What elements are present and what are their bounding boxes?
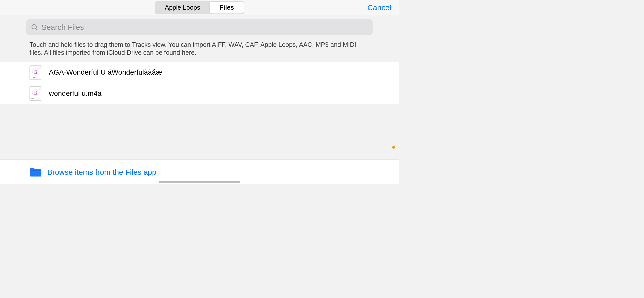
audio-file-icon: MPEG 4 (30, 86, 41, 101)
help-text: Touch and hold files to drag them to Tra… (0, 38, 399, 62)
home-indicator[interactable] (159, 181, 240, 183)
svg-point-0 (32, 24, 36, 29)
header-bar: Apple Loops Files Cancel (0, 0, 399, 15)
audio-file-icon: MP3 (30, 65, 41, 80)
microphone-indicator-dot (392, 146, 395, 149)
file-row[interactable]: MPEG 4 wonderful u.m4a (0, 83, 399, 104)
search-input[interactable] (41, 23, 368, 32)
segmented-control: Apple Loops Files (155, 1, 244, 14)
cancel-button[interactable]: Cancel (368, 3, 391, 12)
tab-files[interactable]: Files (210, 2, 244, 13)
folder-icon (30, 167, 42, 177)
file-row[interactable]: MP3 AGA-Wonderful U ãWonderfulããåæ (0, 62, 399, 83)
svg-line-1 (36, 28, 37, 30)
browse-files-link[interactable]: Browse items from the Files app (47, 168, 156, 177)
search-field[interactable] (26, 19, 373, 35)
content-area: Touch and hold files to drag them to Tra… (0, 15, 399, 104)
file-name: wonderful u.m4a (49, 89, 101, 98)
file-type-label: MP3 (30, 77, 41, 79)
tab-apple-loops[interactable]: Apple Loops (155, 2, 210, 13)
search-icon (31, 23, 38, 31)
file-list: MP3 AGA-Wonderful U ãWonderfulããåæ (0, 62, 399, 104)
footer-bar: Browse items from the Files app (0, 159, 399, 184)
file-name: AGA-Wonderful U ãWonderfulããåæ (49, 68, 162, 76)
file-type-label: MPEG 4 (30, 98, 41, 100)
search-container (0, 15, 399, 38)
